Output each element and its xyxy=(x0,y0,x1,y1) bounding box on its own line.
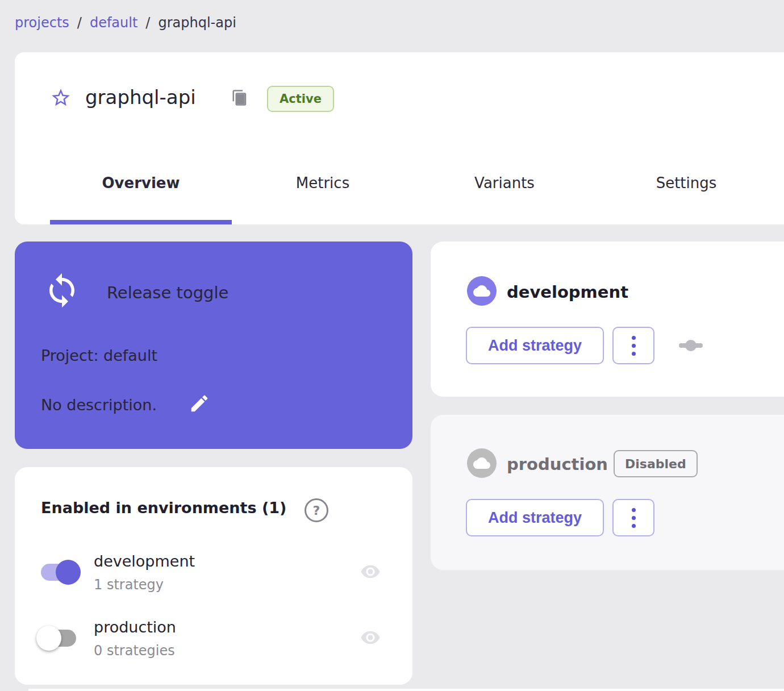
cloud-icon xyxy=(467,276,497,306)
breadcrumb-default[interactable]: default xyxy=(90,15,137,31)
toggle-type-label: Release toggle xyxy=(107,283,228,302)
toggle-thumb xyxy=(56,560,81,585)
breadcrumb-projects[interactable]: projects xyxy=(15,15,69,31)
tab-variants[interactable]: Variants xyxy=(414,146,595,220)
enabled-environments-title: Enabled in environments (1) xyxy=(41,499,286,517)
disabled-badge: Disabled xyxy=(614,450,698,477)
release-toggle-type-icon xyxy=(43,272,81,309)
kebab-dot xyxy=(632,336,636,340)
breadcrumb-separator: / xyxy=(77,15,82,31)
visibility-eye-icon[interactable] xyxy=(357,627,384,648)
toggle-thumb xyxy=(36,626,61,651)
environment-row-name: production xyxy=(94,618,176,636)
next-section-edge xyxy=(28,689,784,691)
tab-metrics[interactable]: Metrics xyxy=(232,146,414,220)
help-icon[interactable]: ? xyxy=(305,498,328,522)
environment-menu-button-production[interactable] xyxy=(612,499,654,536)
active-tab-indicator xyxy=(50,220,232,224)
edit-description-icon[interactable] xyxy=(189,393,210,414)
environment-toggle-production[interactable] xyxy=(41,630,76,647)
status-badge: Active xyxy=(267,86,334,112)
add-strategy-button-development[interactable]: Add strategy xyxy=(466,327,604,364)
tab-settings[interactable]: Settings xyxy=(595,146,777,220)
copy-name-icon[interactable] xyxy=(231,89,248,106)
description-text: No description. xyxy=(41,396,157,414)
kebab-dot xyxy=(632,344,636,348)
environment-row-name: development xyxy=(94,552,195,570)
kebab-dot xyxy=(632,352,636,356)
kebab-dot xyxy=(632,516,636,520)
page-title: graphql-api xyxy=(85,86,196,109)
project-label: Project: default xyxy=(41,347,157,364)
environment-toggle-development[interactable] xyxy=(41,564,76,581)
strategy-slider-icon[interactable] xyxy=(679,340,703,351)
cloud-icon xyxy=(467,448,497,478)
add-strategy-button-production[interactable]: Add strategy xyxy=(466,499,604,536)
environment-card-development xyxy=(431,242,784,397)
environment-name: production xyxy=(507,455,608,474)
environment-row-strategies: 1 strategy xyxy=(94,577,164,593)
slider-dot xyxy=(685,340,697,351)
tab-overview[interactable]: Overview xyxy=(50,146,232,220)
visibility-eye-icon[interactable] xyxy=(357,561,384,582)
environment-name: development xyxy=(507,282,628,302)
favorite-star-icon[interactable] xyxy=(50,87,72,109)
environment-menu-button-development[interactable] xyxy=(612,327,654,364)
breadcrumb-separator: / xyxy=(145,15,150,31)
environment-card-production xyxy=(431,415,784,570)
breadcrumb: projects / default / graphql-api xyxy=(15,15,236,31)
kebab-dot xyxy=(632,508,636,512)
environment-row-strategies: 0 strategies xyxy=(94,643,175,659)
breadcrumb-current: graphql-api xyxy=(158,15,236,31)
kebab-dot xyxy=(632,524,636,528)
